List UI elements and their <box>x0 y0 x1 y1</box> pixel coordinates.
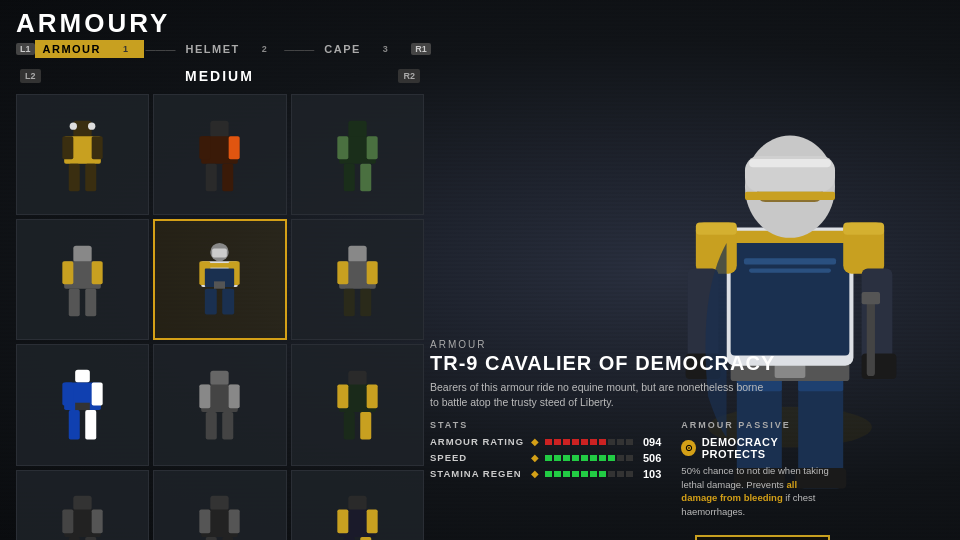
svg-rect-107 <box>745 192 835 200</box>
svg-rect-46 <box>69 410 80 439</box>
svg-rect-41 <box>360 289 371 317</box>
equip-button[interactable]: ✕ EQUIP <box>695 535 830 540</box>
svg-rect-47 <box>85 410 96 439</box>
svg-rect-2 <box>62 136 73 159</box>
tab-left-btn[interactable]: L1 <box>16 43 35 55</box>
svg-rect-69 <box>200 510 211 534</box>
pip <box>626 471 633 477</box>
svg-rect-92 <box>749 269 831 273</box>
tab-helmet[interactable]: HELMET 2 <box>178 40 283 58</box>
tab-div-2: ——— <box>284 44 314 55</box>
pip <box>590 455 597 461</box>
svg-rect-22 <box>62 261 73 284</box>
svg-rect-109 <box>862 292 880 304</box>
svg-rect-60 <box>360 412 371 440</box>
svg-rect-18 <box>344 163 355 191</box>
item-info: ARMOUR TR-9 CAVALIER OF DEMOCRACY Bearer… <box>430 329 830 540</box>
svg-rect-54 <box>223 412 234 440</box>
pip <box>617 471 624 477</box>
svg-rect-73 <box>348 496 366 511</box>
stat-speed-bar <box>545 455 633 461</box>
pip <box>581 455 588 461</box>
svg-rect-98 <box>862 269 893 361</box>
pip <box>554 455 561 461</box>
armor-item-10[interactable] <box>16 470 149 540</box>
svg-rect-7 <box>88 122 95 129</box>
armor-item-4[interactable] <box>16 219 149 340</box>
svg-rect-11 <box>229 136 240 159</box>
svg-rect-20 <box>73 245 91 262</box>
svg-rect-16 <box>337 136 348 159</box>
svg-rect-25 <box>85 289 96 317</box>
armor-item-3[interactable] <box>291 94 424 215</box>
stats-block: STATS ARMOUR RATING ◆ <box>430 420 661 519</box>
passive-block: ARMOUR PASSIVE ⊙ DEMOCRACY PROTECTS 50% … <box>681 420 830 519</box>
pip <box>617 455 624 461</box>
armor-item-8[interactable] <box>153 344 286 465</box>
svg-rect-38 <box>337 261 348 284</box>
armor-item-5[interactable] <box>153 219 286 340</box>
svg-rect-67 <box>211 496 229 511</box>
tab-cape-num: 3 <box>383 44 390 54</box>
stats-label: STATS <box>430 420 661 430</box>
tab-helmet-num: 2 <box>262 44 269 54</box>
svg-rect-34 <box>223 289 235 315</box>
svg-rect-23 <box>92 261 103 284</box>
pip <box>599 471 606 477</box>
right-panel: ARMOUR TR-9 CAVALIER OF DEMOCRACY Bearer… <box>430 64 950 540</box>
stat-armour-bar <box>545 439 633 445</box>
stat-speed: SPEED ◆ <box>430 452 661 464</box>
armor-item-12[interactable] <box>291 470 424 540</box>
pip <box>554 471 561 477</box>
tab-cape[interactable]: CAPE 3 <box>316 40 403 58</box>
svg-rect-17 <box>366 136 377 159</box>
item-category-label: ARMOUR <box>430 339 830 350</box>
tab-armour[interactable]: ARMOUR 1 <box>35 40 144 58</box>
stat-armour-label: ARMOUR RATING <box>430 436 525 447</box>
svg-rect-6 <box>70 122 77 129</box>
pip <box>545 439 552 445</box>
armor-item-9[interactable] <box>291 344 424 465</box>
grid-nav-right[interactable]: R2 <box>398 69 420 83</box>
svg-rect-33 <box>205 289 217 315</box>
stat-armour-rating: ARMOUR RATING ◆ <box>430 436 661 448</box>
svg-rect-45 <box>92 383 103 406</box>
armor-item-7[interactable] <box>16 344 149 465</box>
armor-item-11[interactable] <box>153 470 286 540</box>
svg-rect-48 <box>75 403 90 410</box>
svg-rect-24 <box>69 289 80 317</box>
pip <box>554 439 561 445</box>
svg-rect-51 <box>200 384 211 408</box>
svg-rect-106 <box>749 159 831 167</box>
tab-armour-num: 1 <box>123 44 130 54</box>
svg-rect-108 <box>867 294 875 376</box>
svg-rect-44 <box>62 383 73 406</box>
svg-rect-61 <box>73 496 91 511</box>
grid-category: MEDIUM <box>185 68 254 84</box>
svg-rect-19 <box>360 163 371 191</box>
svg-rect-91 <box>744 258 836 264</box>
tab-right-btn[interactable]: R1 <box>411 43 431 55</box>
svg-rect-58 <box>366 384 377 408</box>
tab-armour-label: ARMOUR <box>43 43 102 55</box>
tab-div-1: ——— <box>146 44 176 55</box>
pip <box>599 439 606 445</box>
pip <box>545 471 552 477</box>
armor-item-1[interactable] <box>16 94 149 215</box>
svg-rect-12 <box>206 163 217 191</box>
stat-speed-label: SPEED <box>430 452 525 463</box>
svg-rect-59 <box>344 412 355 440</box>
armor-item-2[interactable] <box>153 94 286 215</box>
stat-speed-value: 506 <box>643 452 661 464</box>
svg-rect-4 <box>69 163 80 191</box>
grid-nav-left[interactable]: L2 <box>20 69 41 83</box>
pip <box>590 471 597 477</box>
armor-item-6[interactable] <box>291 219 424 340</box>
svg-rect-35 <box>214 281 225 288</box>
svg-rect-8 <box>211 120 229 137</box>
svg-rect-14 <box>348 120 366 137</box>
svg-rect-63 <box>62 510 73 534</box>
stat-speed-arrow: ◆ <box>531 452 539 463</box>
svg-rect-75 <box>337 510 348 534</box>
item-description: Bearers of this armour ride no equine mo… <box>430 380 770 409</box>
